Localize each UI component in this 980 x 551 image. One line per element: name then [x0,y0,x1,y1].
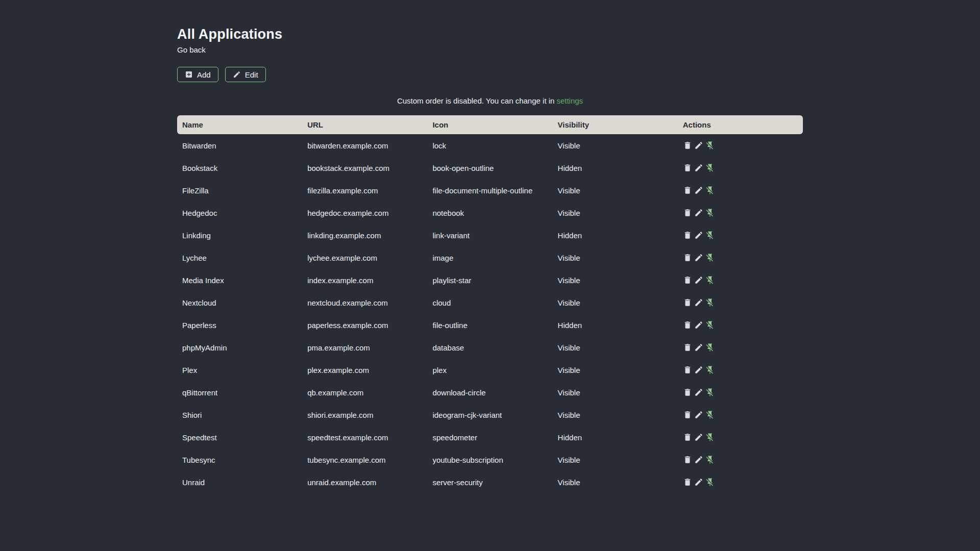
edit-pencil-icon[interactable] [694,163,703,172]
app-visibility: Visible [553,388,678,397]
delete-icon[interactable] [683,298,692,307]
app-icon-name: file-outline [427,321,552,330]
settings-link[interactable]: settings [556,96,583,105]
delete-icon[interactable] [683,388,692,397]
edit-pencil-icon[interactable] [694,410,703,419]
edit-pencil-icon[interactable] [694,343,703,352]
pin-off-icon[interactable] [705,455,715,464]
table-row: Shiori shiori.example.com ideogram-cjk-v… [177,404,803,426]
edit-button[interactable]: Edit [225,67,266,82]
table-row: Speedtest speedtest.example.com speedome… [177,426,803,448]
edit-pencil-icon[interactable] [694,320,703,330]
app-icon-name: server-security [427,478,552,487]
delete-icon[interactable] [683,276,692,285]
pin-off-icon[interactable] [705,365,715,374]
app-name: Bookstack [177,164,302,172]
app-icon-name: playlist-star [427,276,552,285]
delete-icon[interactable] [683,433,692,442]
pin-off-icon[interactable] [705,433,715,442]
app-icon-name: book-open-outline [427,164,552,172]
table-row: Tubesync tubesync.example.com youtube-su… [177,448,803,471]
edit-pencil-icon[interactable] [694,433,703,442]
delete-icon[interactable] [683,478,692,487]
app-url: index.example.com [302,276,427,285]
edit-pencil-icon[interactable] [694,276,703,285]
edit-button-label: Edit [245,70,258,79]
column-header-url: URL [302,120,427,129]
delete-icon[interactable] [683,163,692,172]
notice-text: Custom order is disabled. You can change… [397,96,555,105]
go-back-link[interactable]: Go back [177,45,206,54]
pin-off-icon[interactable] [705,343,715,352]
edit-pencil-icon[interactable] [694,388,703,397]
add-button[interactable]: Add [177,67,218,82]
pin-off-icon[interactable] [705,163,715,172]
app-url: hedgedoc.example.com [302,209,427,217]
delete-icon[interactable] [683,253,692,262]
pin-off-icon[interactable] [705,276,715,285]
delete-icon[interactable] [683,455,692,464]
table-row: Paperless paperless.example.com file-out… [177,314,803,336]
app-url: bookstack.example.com [302,164,427,172]
row-actions [678,253,803,262]
app-visibility: Visible [553,209,678,217]
pin-off-icon[interactable] [705,231,715,240]
edit-pencil-icon[interactable] [694,141,703,150]
table-header: Name URL Icon Visibility Actions [177,115,803,134]
table-row: qBittorrent qb.example.com download-circ… [177,381,803,404]
edit-pencil-icon[interactable] [694,208,703,217]
app-visibility: Visible [553,298,678,307]
delete-icon[interactable] [683,320,692,330]
app-visibility: Visible [553,366,678,374]
pin-off-icon[interactable] [705,478,715,487]
add-button-label: Add [197,70,211,79]
table-row: Lychee lychee.example.com image Visible [177,246,803,269]
app-name: Nextcloud [177,298,302,307]
column-header-name: Name [177,120,302,129]
edit-pencil-icon[interactable] [694,365,703,374]
app-visibility: Visible [553,456,678,464]
delete-icon[interactable] [683,343,692,352]
delete-icon[interactable] [683,208,692,217]
delete-icon[interactable] [683,141,692,150]
edit-pencil-icon[interactable] [694,231,703,240]
app-url: paperless.example.com [302,321,427,330]
app-icon-name: notebook [427,209,552,217]
toolbar: Add Edit [177,67,803,82]
app-icon-name: youtube-subscription [427,456,552,464]
app-visibility: Visible [553,343,678,352]
pin-off-icon[interactable] [705,253,715,262]
delete-icon[interactable] [683,186,692,195]
app-url: tubesync.example.com [302,456,427,464]
column-header-icon: Icon [427,120,552,129]
app-icon-name: file-document-multiple-outline [427,186,552,195]
row-actions [678,388,803,397]
applications-table: Name URL Icon Visibility Actions Bitward… [177,115,803,493]
pin-off-icon[interactable] [705,186,715,195]
delete-icon[interactable] [683,365,692,374]
row-actions [678,455,803,464]
pin-off-icon[interactable] [705,208,715,217]
pin-off-icon[interactable] [705,298,715,307]
app-url: filezilla.example.com [302,186,427,195]
pin-off-icon[interactable] [705,388,715,397]
row-actions [678,186,803,195]
edit-pencil-icon[interactable] [694,455,703,464]
edit-pencil-icon[interactable] [694,478,703,487]
app-icon-name: ideogram-cjk-variant [427,411,552,419]
pin-off-icon[interactable] [705,320,715,330]
table-row: FileZilla filezilla.example.com file-doc… [177,179,803,202]
edit-pencil-icon[interactable] [694,253,703,262]
pin-off-icon[interactable] [705,141,715,150]
app-name: Shiori [177,411,302,419]
table-row: Bookstack bookstack.example.com book-ope… [177,157,803,179]
edit-pencil-icon[interactable] [694,298,703,307]
app-url: qb.example.com [302,388,427,397]
delete-icon[interactable] [683,410,692,419]
edit-pencil-icon[interactable] [694,186,703,195]
table-row: Media Index index.example.com playlist-s… [177,269,803,291]
pin-off-icon[interactable] [705,410,715,419]
delete-icon[interactable] [683,231,692,240]
table-row: phpMyAdmin pma.example.com database Visi… [177,336,803,359]
app-name: qBittorrent [177,388,302,397]
